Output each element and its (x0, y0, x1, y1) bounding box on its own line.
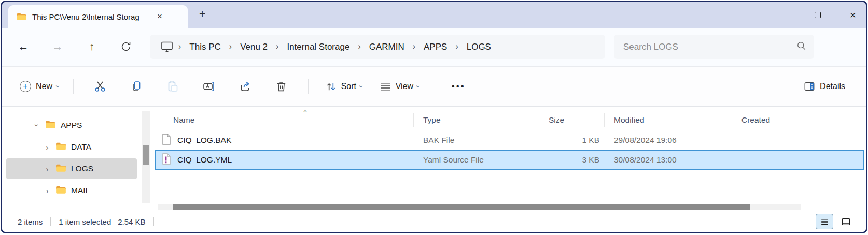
scissors-icon (94, 80, 106, 93)
selection-size: 2.54 KB (118, 217, 145, 226)
breadcrumb-internal-storage[interactable]: Internal Storage (281, 39, 355, 55)
thumbnail-view-icon (841, 217, 851, 227)
chevron-right-icon[interactable]: › (44, 165, 51, 173)
file-modified: 29/08/2024 19:06 (605, 136, 732, 145)
navigation-pane: › APPS › DATA › LOGS › MAIL (2, 107, 140, 203)
status-bar: 2 items 1 item selected 2.54 KB (2, 211, 866, 232)
copy-button[interactable] (123, 75, 149, 98)
tab-close-icon[interactable]: × (153, 10, 166, 23)
file-row-ciq-log-bak[interactable]: CIQ_LOG.BAK BAK File 1 KB 29/08/2024 19:… (155, 130, 864, 150)
divider (153, 217, 154, 226)
this-pc-icon[interactable] (160, 41, 174, 53)
file-row-ciq-log-yml[interactable]: CIQ_LOG.YML Yaml Source File 3 KB 30/08/… (155, 150, 864, 170)
file-size: 1 KB (539, 136, 605, 145)
tab-title: This PC\Venu 2\Internal Storag (32, 12, 147, 21)
trash-icon (275, 81, 287, 93)
sort-button-label: Sort (341, 82, 356, 91)
new-button[interactable]: + New › (15, 77, 65, 96)
chevron-down-icon[interactable]: › (33, 122, 41, 129)
divider (50, 217, 51, 226)
view-button[interactable]: View › (374, 77, 425, 97)
up-button[interactable]: ↑ (84, 39, 100, 54)
chevron-right-icon: › (410, 42, 418, 52)
file-list: › Name Type Size Modified Created CIQ_LO… (155, 107, 864, 203)
scrollbar-thumb[interactable] (173, 204, 750, 210)
rename-button[interactable] (196, 75, 222, 98)
close-button[interactable]: × (847, 9, 859, 21)
explorer-tab[interactable]: This PC\Venu 2\Internal Storag × (8, 5, 188, 28)
sidebar-item-label: MAIL (71, 186, 90, 195)
chevron-right-icon: › (176, 42, 184, 52)
folder-icon (55, 142, 66, 153)
column-header-created[interactable]: Created (732, 110, 864, 130)
command-toolbar: + New › Sort › View (2, 66, 866, 107)
breadcrumb: › This PC › Venu 2 › Internal Storage › … (150, 35, 605, 59)
details-pane-icon (804, 81, 815, 92)
new-button-label: New (36, 82, 52, 91)
column-header-modified[interactable]: Modified (605, 110, 732, 130)
share-button[interactable] (232, 75, 258, 98)
window-controls: ─ × (777, 2, 859, 28)
sidebar-item-mail[interactable]: › MAIL (6, 180, 137, 201)
chevron-down-icon: › (414, 85, 423, 88)
navigation-bar: ← → ↑ › This PC › Venu 2 › Internal Stor… (2, 28, 866, 66)
details-pane-button[interactable]: Details (799, 77, 850, 96)
sidebar-item-apps[interactable]: › APPS (6, 115, 137, 136)
folder-icon (45, 120, 56, 131)
minimize-button[interactable]: ─ (777, 11, 788, 20)
file-explorer-window: This PC\Venu 2\Internal Storag × + ─ × ←… (1, 1, 867, 233)
details-pane-label: Details (820, 82, 845, 91)
new-tab-button[interactable]: + (195, 7, 209, 21)
more-options-button[interactable]: ••• (445, 77, 472, 96)
sort-arrows-icon (325, 81, 337, 93)
sidebar-item-label: LOGS (71, 164, 93, 173)
chevron-right-icon: › (355, 42, 363, 52)
scrollbar-thumb[interactable] (143, 145, 149, 165)
chevron-right-icon[interactable]: › (44, 143, 51, 152)
back-button[interactable]: ← (16, 39, 31, 54)
tab-bar: This PC\Venu 2\Internal Storag × + ─ × (2, 2, 866, 28)
chevron-down-icon: › (54, 85, 62, 88)
delete-button[interactable] (269, 75, 295, 98)
cut-button[interactable] (87, 75, 113, 98)
breadcrumb-logs[interactable]: LOGS (461, 39, 497, 55)
divider (437, 79, 437, 94)
file-modified: 30/08/2024 13:00 (605, 155, 732, 165)
sidebar-item-label: DATA (71, 142, 91, 152)
thumbnail-view-toggle[interactable] (837, 214, 855, 229)
breadcrumb-venu-2[interactable]: Venu 2 (234, 39, 273, 55)
sort-button[interactable]: Sort › (320, 77, 368, 97)
paste-button[interactable] (160, 75, 186, 98)
folder-icon (55, 164, 66, 174)
rename-icon (203, 80, 215, 93)
sidebar-scrollbar[interactable] (142, 111, 150, 203)
forward-button[interactable]: → (50, 39, 65, 54)
file-type: BAK File (414, 136, 539, 145)
search-box[interactable] (614, 35, 814, 59)
file-name: CIQ_LOG.YML (177, 155, 232, 165)
chevron-right-icon: › (227, 42, 234, 52)
column-header-name[interactable]: Name (155, 110, 414, 130)
breadcrumb-this-pc[interactable]: This PC (184, 39, 226, 55)
details-view-toggle[interactable] (816, 214, 833, 229)
folder-icon (55, 185, 66, 196)
item-count: 2 items (18, 217, 43, 226)
column-header-size[interactable]: Size (539, 110, 605, 130)
maximize-button[interactable] (812, 11, 823, 20)
breadcrumb-garmin[interactable]: GARMIN (363, 39, 410, 55)
column-header-type[interactable]: Type (414, 110, 539, 130)
sidebar-item-logs[interactable]: › LOGS (6, 158, 137, 179)
sidebar-item-data[interactable]: › DATA (6, 137, 137, 157)
share-icon (239, 80, 251, 93)
search-icon[interactable] (796, 40, 807, 53)
column-headers: › Name Type Size Modified Created (155, 110, 864, 130)
chevron-right-icon[interactable]: › (44, 186, 51, 195)
folder-icon (17, 12, 26, 21)
chevron-down-icon: › (357, 85, 366, 88)
refresh-button[interactable] (118, 41, 134, 56)
breadcrumb-apps[interactable]: APPS (418, 39, 453, 55)
clipboard-icon (166, 80, 179, 93)
horizontal-scrollbar[interactable] (158, 204, 801, 210)
chevron-right-icon: › (453, 42, 460, 52)
search-input[interactable] (623, 42, 796, 52)
